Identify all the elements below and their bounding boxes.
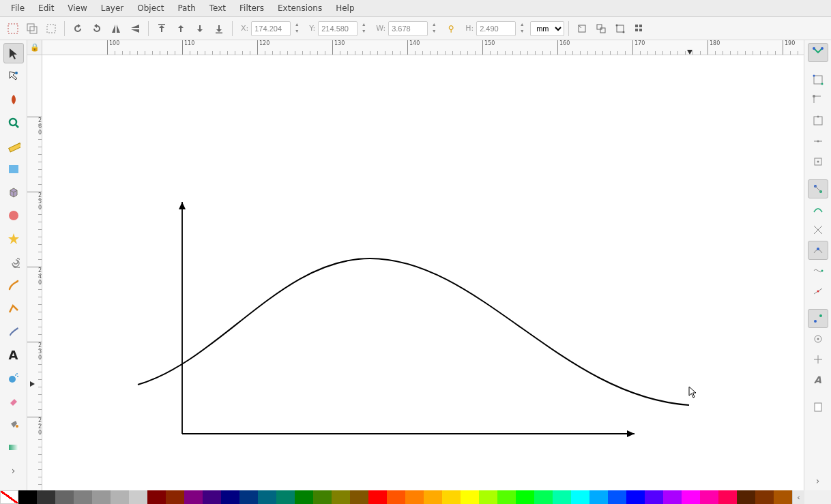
node-tool-icon[interactable] bbox=[3, 66, 24, 87]
snap-enable-icon[interactable] bbox=[808, 43, 828, 62]
color-swatch[interactable] bbox=[74, 490, 92, 504]
lower-icon[interactable] bbox=[191, 20, 209, 38]
color-swatch[interactable] bbox=[571, 490, 589, 504]
color-swatch[interactable] bbox=[516, 490, 534, 504]
menu-item[interactable]: Text bbox=[203, 1, 233, 15]
color-swatch[interactable] bbox=[718, 490, 737, 504]
snap-center-icon[interactable] bbox=[808, 329, 828, 349]
h-field[interactable] bbox=[476, 21, 516, 36]
menu-item[interactable]: Path bbox=[171, 1, 202, 15]
transform-scale-icon[interactable] bbox=[592, 20, 610, 38]
ruler-horizontal[interactable]: 100110120130140150160170180190 bbox=[42, 40, 804, 55]
bezier-tool-icon[interactable] bbox=[3, 298, 24, 318]
color-swatch[interactable] bbox=[18, 490, 37, 504]
snap-cusp-icon[interactable] bbox=[808, 241, 828, 260]
h-spinner[interactable]: ▴▾ bbox=[518, 22, 526, 35]
snap-other-icon[interactable] bbox=[808, 309, 828, 328]
rectangle-tool-icon[interactable] bbox=[3, 159, 24, 179]
text-tool-icon[interactable]: A bbox=[3, 344, 24, 365]
deselect-icon[interactable] bbox=[23, 20, 41, 38]
color-swatch[interactable] bbox=[332, 490, 350, 504]
snap-nodes-icon[interactable] bbox=[808, 179, 828, 198]
spray-tool-icon[interactable] bbox=[3, 368, 24, 388]
menu-item[interactable]: Filters bbox=[233, 1, 271, 15]
color-swatch[interactable] bbox=[534, 490, 553, 504]
color-swatch[interactable] bbox=[461, 490, 479, 504]
color-swatch[interactable] bbox=[221, 490, 239, 504]
color-swatch[interactable] bbox=[387, 490, 405, 504]
rotate-cw-icon[interactable] bbox=[88, 20, 106, 38]
menu-item[interactable]: Layer bbox=[94, 1, 130, 15]
snap-page-icon[interactable] bbox=[808, 398, 828, 417]
bucket-tool-icon[interactable] bbox=[3, 414, 24, 434]
select-all-icon[interactable] bbox=[4, 20, 22, 38]
color-swatch[interactable] bbox=[295, 490, 313, 504]
snap-bbox-icon[interactable] bbox=[808, 70, 828, 89]
more-snap-icon[interactable]: › bbox=[808, 471, 828, 490]
color-swatch[interactable] bbox=[147, 490, 166, 504]
color-swatch[interactable] bbox=[129, 490, 147, 504]
color-swatch[interactable] bbox=[424, 490, 442, 504]
color-swatch[interactable] bbox=[313, 490, 332, 504]
menu-item[interactable]: View bbox=[61, 1, 93, 15]
snap-line-mid-icon[interactable] bbox=[808, 282, 828, 301]
x-spinner[interactable]: ▴▾ bbox=[293, 22, 301, 35]
canvas[interactable] bbox=[42, 55, 804, 490]
menu-item[interactable]: Object bbox=[130, 1, 171, 15]
spiral-tool-icon[interactable] bbox=[3, 252, 24, 272]
color-swatch[interactable] bbox=[405, 490, 424, 504]
unit-select[interactable]: mm bbox=[530, 21, 564, 36]
y-field[interactable] bbox=[318, 21, 358, 36]
selector-tool-icon[interactable] bbox=[3, 43, 24, 63]
color-swatch[interactable] bbox=[203, 490, 221, 504]
flip-v-icon[interactable] bbox=[126, 20, 144, 38]
snap-rotation-icon[interactable] bbox=[808, 350, 828, 369]
lock-aspect-icon[interactable]: ⚲ bbox=[442, 20, 460, 38]
measure-tool-icon[interactable] bbox=[3, 136, 24, 156]
color-swatch[interactable] bbox=[37, 490, 55, 504]
w-field[interactable] bbox=[388, 21, 428, 36]
menu-item[interactable]: Help bbox=[329, 1, 361, 15]
color-swatch[interactable] bbox=[166, 490, 184, 504]
toggle-selection-icon[interactable] bbox=[42, 20, 60, 38]
w-spinner[interactable]: ▴▾ bbox=[430, 22, 438, 35]
color-swatch[interactable] bbox=[442, 490, 461, 504]
color-swatch[interactable] bbox=[737, 490, 755, 504]
zoom-tool-icon[interactable] bbox=[3, 113, 24, 133]
color-swatch[interactable] bbox=[239, 490, 258, 504]
color-swatch[interactable] bbox=[608, 490, 626, 504]
transform-corners-icon[interactable] bbox=[611, 20, 629, 38]
snap-bbox-corner-icon[interactable] bbox=[808, 91, 828, 110]
raise-icon[interactable] bbox=[172, 20, 190, 38]
star-tool-icon[interactable] bbox=[3, 228, 24, 249]
color-swatch[interactable] bbox=[92, 490, 111, 504]
color-swatch[interactable] bbox=[111, 490, 129, 504]
color-swatch[interactable] bbox=[479, 490, 497, 504]
color-swatch[interactable] bbox=[184, 490, 203, 504]
palette-scroll-icon[interactable]: ‹ bbox=[792, 490, 804, 504]
snap-bbox-midpoint-icon[interactable] bbox=[808, 132, 828, 151]
calligraphy-tool-icon[interactable] bbox=[3, 321, 24, 342]
snap-text-icon[interactable]: A bbox=[808, 370, 828, 389]
snap-bbox-center-icon[interactable] bbox=[808, 152, 828, 171]
gradient-tool-icon[interactable] bbox=[3, 437, 24, 458]
color-swatch[interactable] bbox=[497, 490, 516, 504]
ruler-lock-icon[interactable]: 🔒 bbox=[27, 40, 42, 55]
color-swatch[interactable] bbox=[682, 490, 700, 504]
transform-move-icon[interactable] bbox=[573, 20, 591, 38]
ellipse-tool-icon[interactable] bbox=[3, 205, 24, 226]
color-swatch[interactable] bbox=[645, 490, 663, 504]
snap-smooth-icon[interactable] bbox=[808, 261, 828, 280]
flip-h-icon[interactable] bbox=[107, 20, 125, 38]
color-swatch[interactable] bbox=[755, 490, 774, 504]
color-swatch[interactable] bbox=[258, 490, 276, 504]
menu-item[interactable]: File bbox=[4, 1, 31, 15]
color-swatch[interactable] bbox=[276, 490, 295, 504]
transform-pattern-icon[interactable] bbox=[630, 20, 648, 38]
more-tools-icon[interactable]: › bbox=[3, 460, 24, 481]
snap-path-icon[interactable] bbox=[808, 200, 828, 219]
x-field[interactable] bbox=[251, 21, 291, 36]
color-swatch[interactable] bbox=[626, 490, 645, 504]
color-swatch[interactable] bbox=[700, 490, 718, 504]
tweak-tool-icon[interactable] bbox=[3, 89, 24, 110]
